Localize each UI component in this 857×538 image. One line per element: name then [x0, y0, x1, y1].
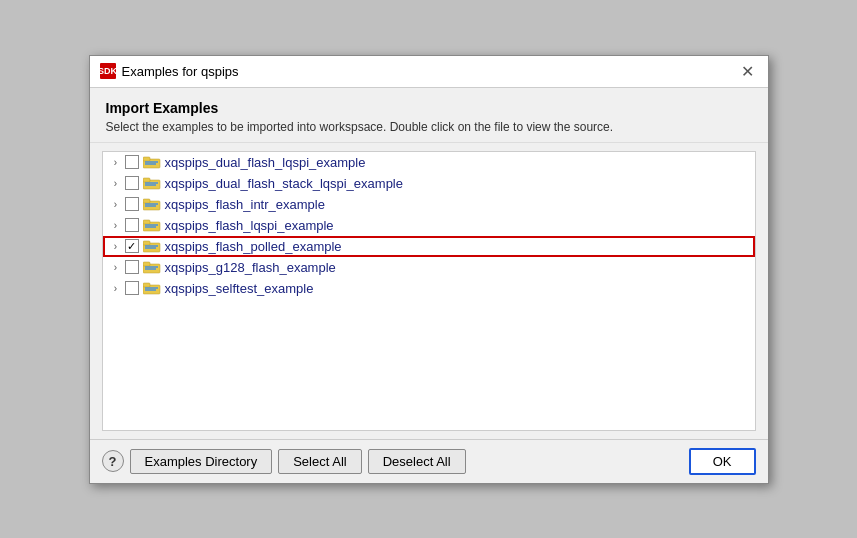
tree-item-label: xqspips_selftest_example [165, 281, 314, 296]
folder-icon [143, 281, 161, 295]
sdk-icon: SDK [100, 63, 116, 79]
tree-item-checkbox[interactable] [125, 281, 139, 295]
svg-rect-13 [143, 220, 150, 224]
tree-item-label: xqspips_dual_flash_lqspi_example [165, 155, 366, 170]
tree-item-checkbox[interactable] [125, 260, 139, 274]
deselect-all-button[interactable]: Deselect All [368, 449, 466, 474]
main-dialog: SDK Examples for qspips ✕ Import Example… [89, 55, 769, 484]
header-description: Select the examples to be imported into … [106, 120, 752, 134]
tree-item-label: xqspips_flash_intr_example [165, 197, 325, 212]
folder-icon [143, 260, 161, 274]
chevron-icon[interactable]: › [109, 283, 123, 294]
tree-row[interactable]: › xqspips_flash_intr_example [103, 194, 755, 215]
header-title: Import Examples [106, 100, 752, 116]
svg-rect-5 [143, 178, 150, 182]
ok-button[interactable]: OK [689, 448, 756, 475]
folder-icon [143, 197, 161, 211]
tree-item-label: xqspips_g128_flash_example [165, 260, 336, 275]
dialog-title: Examples for qspips [122, 64, 239, 79]
folder-icon [143, 239, 161, 253]
chevron-icon[interactable]: › [109, 241, 123, 252]
title-bar-left: SDK Examples for qspips [100, 63, 239, 79]
tree-item-checkbox[interactable]: ✓ [125, 239, 139, 253]
chevron-icon[interactable]: › [109, 157, 123, 168]
chevron-icon[interactable]: › [109, 262, 123, 273]
svg-rect-25 [143, 283, 150, 287]
tree-row[interactable]: › xqspips_selftest_example [103, 278, 755, 299]
footer: ? Examples Directory Select All Deselect… [90, 439, 768, 483]
tree-item-checkbox[interactable] [125, 218, 139, 232]
title-bar: SDK Examples for qspips ✕ [90, 56, 768, 88]
tree-row[interactable]: › xqspips_dual_flash_stack_lqspi_example [103, 173, 755, 194]
folder-icon [143, 155, 161, 169]
svg-rect-9 [143, 199, 150, 203]
select-all-button[interactable]: Select All [278, 449, 361, 474]
footer-left: ? Examples Directory Select All Deselect… [102, 449, 466, 474]
chevron-icon[interactable]: › [109, 199, 123, 210]
tree-row[interactable]: › xqspips_flash_lqspi_example [103, 215, 755, 236]
svg-rect-1 [143, 157, 150, 161]
svg-rect-17 [143, 241, 150, 245]
examples-directory-button[interactable]: Examples Directory [130, 449, 273, 474]
header-section: Import Examples Select the examples to b… [90, 88, 768, 143]
tree-item-checkbox[interactable] [125, 197, 139, 211]
folder-icon [143, 176, 161, 190]
tree-item-label: xqspips_dual_flash_stack_lqspi_example [165, 176, 403, 191]
svg-rect-21 [143, 262, 150, 266]
tree-item-label: xqspips_flash_polled_example [165, 239, 342, 254]
chevron-icon[interactable]: › [109, 220, 123, 231]
tree-row[interactable]: › xqspips_dual_flash_lqspi_example [103, 152, 755, 173]
help-button[interactable]: ? [102, 450, 124, 472]
folder-icon [143, 218, 161, 232]
tree-item-checkbox[interactable] [125, 176, 139, 190]
tree-item-checkbox[interactable] [125, 155, 139, 169]
tree-view[interactable]: › xqspips_dual_flash_lqspi_example› xqsp… [102, 151, 756, 431]
tree-row[interactable]: ›✓ xqspips_flash_polled_example [103, 236, 755, 257]
chevron-icon[interactable]: › [109, 178, 123, 189]
tree-row[interactable]: › xqspips_g128_flash_example [103, 257, 755, 278]
tree-item-label: xqspips_flash_lqspi_example [165, 218, 334, 233]
close-button[interactable]: ✕ [738, 61, 758, 81]
